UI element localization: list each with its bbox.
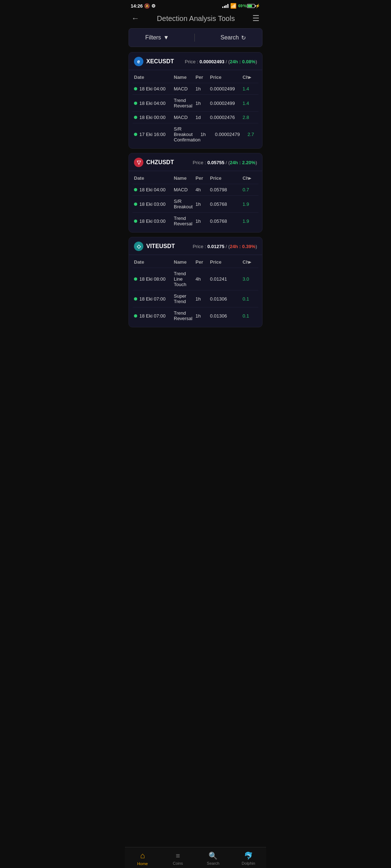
price: 0.05798: [210, 187, 243, 192]
status-dot: [134, 203, 137, 206]
col-price: Price: [210, 175, 243, 181]
change: 2.7: [248, 132, 262, 137]
table-row: 18 Eki 07:00 Trend Reversal 1h 0.01306 0…: [133, 307, 258, 324]
card-table-0: Date Name Per Price Ch▸ 18 Eki 04:00 MAC…: [129, 70, 262, 148]
table-header: Date Name Per Price Ch▸: [133, 258, 258, 268]
page-title: Detection Analysis Tools: [139, 14, 252, 23]
date-cell: 18 Eki 04:00: [134, 187, 174, 192]
top-nav: ← Detection Analysis Tools ☰: [125, 10, 266, 28]
price-value: 0.00002493: [199, 59, 224, 64]
price: 0.00002476: [210, 115, 243, 120]
date-value: 18 Eki 00:00: [139, 115, 165, 120]
signal-name: MACD: [174, 187, 196, 192]
filter-label: Filters: [145, 34, 161, 41]
card-price: Price : 0.01275 / (24h : 0.39%): [193, 244, 257, 249]
table-header: Date Name Per Price Ch▸: [133, 73, 258, 83]
signal-name: Super Trend: [174, 293, 196, 304]
col-name: Name: [174, 259, 196, 265]
date-value: 18 Eki 03:00: [139, 218, 165, 224]
change: 1.4: [243, 101, 257, 106]
card-header-1: ▽ CHZUSDT Price : 0.05755 / (24h : 2.20%…: [129, 153, 262, 171]
price: 0.01306: [210, 313, 243, 319]
period: 4h: [196, 187, 210, 192]
period: 1h: [196, 201, 210, 207]
col-name: Name: [174, 75, 196, 80]
price: 0.00002499: [210, 101, 243, 106]
coin-card-xecusdt: e XECUSDT Price : 0.00002493 / (24h : 0.…: [129, 52, 262, 149]
status-dot: [134, 297, 137, 301]
signal-name: Trend Reversal: [174, 310, 196, 321]
table-row: 18 Eki 03:00 Trend Reversal 1h 0.05768 1…: [133, 212, 258, 229]
date-cell: 18 Eki 07:00: [134, 313, 174, 319]
table-row: 18 Eki 00:00 MACD 1d 0.00002476 2.8: [133, 111, 258, 123]
date-cell: 18 Eki 00:00: [134, 115, 174, 120]
change: 1.9: [243, 201, 257, 207]
status-dot: [134, 87, 137, 90]
coin-logo: e: [134, 57, 143, 66]
change: 1.4: [243, 86, 257, 92]
price: 0.01241: [210, 276, 243, 282]
date-cell: 18 Eki 07:00: [134, 296, 174, 302]
date-value: 18 Eki 03:00: [139, 201, 165, 207]
coin-symbol: CHZUSDT: [146, 159, 174, 166]
status-bar: 14:26 🔕 ⚙ 📶 69 % ⚡: [125, 0, 266, 10]
col-chg: Ch▸: [243, 75, 257, 80]
table-header: Date Name Per Price Ch▸: [133, 174, 258, 184]
col-date: Date: [134, 75, 174, 80]
card-header-2: ◇ VITEUSDT Price : 0.01275 / (24h : 0.39…: [129, 237, 262, 255]
date-value: 18 Eki 04:00: [139, 101, 165, 106]
status-dot: [134, 188, 137, 191]
back-button[interactable]: ←: [131, 14, 139, 23]
card-price: Price : 0.00002493 / (24h : 0.08%): [185, 59, 257, 64]
table-row: 18 Eki 04:00 MACD 4h 0.05798 0.7: [133, 184, 258, 195]
table-row: 18 Eki 03:00 S/R Breakout 1h 0.05768 1.9: [133, 195, 258, 212]
period: 1h: [196, 313, 210, 319]
period: 1d: [196, 115, 210, 120]
status-dot: [134, 314, 137, 318]
status-time: 14:26: [131, 3, 143, 9]
col-chg: Ch▸: [243, 175, 257, 181]
coin-logo: ◇: [134, 242, 143, 251]
col-date: Date: [134, 259, 174, 265]
signal-name: S/R Breakout: [174, 199, 196, 209]
table-row: 18 Eki 04:00 Trend Reversal 1h 0.0000249…: [133, 94, 258, 111]
change: 1.9: [243, 218, 257, 224]
filter-divider: [194, 34, 195, 42]
coin-symbol-wrap: ▽ CHZUSDT: [134, 158, 174, 167]
filters-button[interactable]: Filters ▼: [145, 34, 169, 41]
date-value: 18 Eki 04:00: [139, 187, 165, 192]
status-icons: 📶 69 % ⚡: [222, 3, 260, 9]
card-table-1: Date Name Per Price Ch▸ 18 Eki 04:00 MAC…: [129, 171, 262, 232]
period: 1h: [196, 296, 210, 302]
menu-button[interactable]: ☰: [252, 14, 260, 23]
coin-symbol-wrap: ◇ VITEUSDT: [134, 242, 175, 251]
coin-symbol: VITEUSDT: [146, 243, 175, 250]
period: 1h: [196, 101, 210, 106]
signal-name: Trend Reversal: [174, 98, 196, 109]
filter-icon: ▼: [163, 34, 169, 41]
period: 4h: [196, 276, 210, 282]
col-date: Date: [134, 175, 174, 181]
period: 1h: [201, 132, 215, 137]
table-row: 17 Eki 16:00 S/R Breakout Confirmation 1…: [133, 123, 258, 145]
period: 1h: [196, 86, 210, 92]
card-header-0: e XECUSDT Price : 0.00002493 / (24h : 0.…: [129, 52, 262, 70]
change: 3.0: [243, 276, 257, 282]
date-value: 18 Eki 07:00: [139, 296, 165, 302]
col-name: Name: [174, 175, 196, 181]
card-price: Price : 0.05755 / (24h : 2.20%): [193, 160, 257, 165]
signal-name: S/R Breakout Confirmation: [174, 126, 201, 142]
search-button[interactable]: Search ↻: [220, 34, 246, 41]
table-row: 18 Eki 08:00 Trend Line Touch 4h 0.01241…: [133, 268, 258, 290]
price-value: 0.01275: [207, 244, 224, 249]
change: 0.7: [243, 187, 257, 192]
wifi-icon: 📶: [230, 3, 236, 9]
settings-icon: ⚙: [151, 3, 156, 9]
col-per: Per: [196, 75, 210, 80]
price-change: 24h : 0.39%: [230, 244, 256, 249]
col-price: Price: [210, 259, 243, 265]
mute-icon: 🔕: [144, 3, 150, 9]
coin-card-chzusdt: ▽ CHZUSDT Price : 0.05755 / (24h : 2.20%…: [129, 153, 262, 233]
change: 0.1: [243, 296, 257, 302]
signal-name: MACD: [174, 86, 196, 92]
